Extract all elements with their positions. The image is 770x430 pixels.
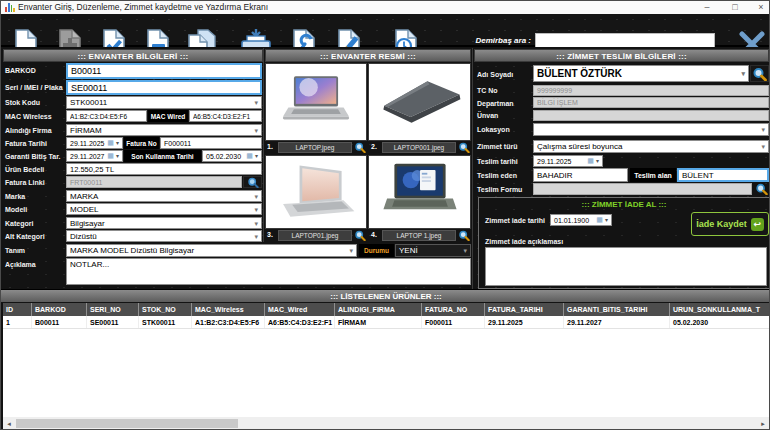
- fatura-tarihi-label: Fatura Tarihi: [5, 140, 47, 147]
- marka-dropdown[interactable]: MARKA▾: [66, 190, 262, 202]
- inventory-image-1[interactable]: [265, 63, 367, 141]
- chevron-down-icon: ▾: [596, 158, 599, 164]
- image-1-filename: LAPTOP.jpeg: [278, 142, 352, 153]
- barkod-input[interactable]: [66, 63, 262, 79]
- teslim-formu-search-button[interactable]: [753, 183, 769, 195]
- app-window: Envanter Giriş, Düzenleme, Zimmet kaydet…: [0, 0, 770, 430]
- seri-input[interactable]: [66, 80, 262, 95]
- chevron-down-icon: ▾: [254, 193, 258, 200]
- inventory-image-2[interactable]: [368, 63, 471, 141]
- garanti-datepicker[interactable]: 29.11.2027▦▾: [66, 150, 123, 162]
- minimize-button[interactable]: –: [695, 1, 719, 14]
- firma-dropdown[interactable]: FİRMAM▾: [66, 124, 262, 136]
- column-header[interactable]: MAC_Wired: [264, 303, 334, 316]
- son-kullanma-datepicker[interactable]: 05.02.2030▦▾: [202, 150, 262, 162]
- image-3-filename: LAPTOP01.jpeg: [278, 230, 352, 241]
- products-section-title: ::: LİSTELENEN ÜRÜNLER :::: [1, 289, 770, 302]
- image-1-view-button[interactable]: [353, 142, 367, 153]
- column-header[interactable]: FATURA_NO: [421, 303, 484, 316]
- image-1-number: 1.: [267, 143, 273, 150]
- teslim-formu-label: Teslim Formu: [477, 186, 522, 193]
- image-3-number: 3.: [267, 231, 273, 238]
- tanim-dropdown[interactable]: MARKA MODEL Dizüstü Bilgisayar▾: [66, 244, 357, 257]
- laptop-photo: [373, 68, 467, 136]
- return-arrow-icon: ↩: [751, 218, 764, 231]
- iade-aciklama-label: Zimmet iade açıklaması: [485, 238, 563, 245]
- teslim-alan-input[interactable]: [677, 168, 769, 182]
- tc-no-field: 999999999: [533, 85, 769, 96]
- teslim-tarihi-datepicker[interactable]: 29.11.2025▦▾: [533, 155, 603, 167]
- image-3-view-button[interactable]: [353, 230, 367, 241]
- column-header[interactable]: ID: [3, 303, 31, 316]
- teslim-eden-input[interactable]: [533, 168, 628, 182]
- search-icon: [354, 230, 366, 241]
- teslim-formu-field: [533, 183, 752, 195]
- chevron-down-icon: ▾: [254, 127, 258, 134]
- image-4-filename: LAPTOP 1.jpeg: [382, 230, 456, 241]
- scrollbar-thumb[interactable]: [16, 419, 238, 428]
- close-button[interactable]: ×: [749, 1, 770, 14]
- column-header[interactable]: SERI_NO: [86, 303, 138, 316]
- seri-label: Seri / IMEI / Plaka: [5, 84, 63, 91]
- iade-tarihi-datepicker[interactable]: 01.01.1900▦▾: [550, 214, 612, 226]
- zimmet-turu-dropdown[interactable]: Çalışma süresi boyunca▾: [533, 140, 769, 153]
- iade-aciklama-textarea[interactable]: [485, 247, 767, 286]
- fatura-no-input[interactable]: [160, 137, 262, 149]
- calendar-icon: ▦: [107, 153, 114, 160]
- chevron-down-icon: ▾: [349, 247, 353, 254]
- bedel-input[interactable]: [66, 163, 262, 175]
- column-header[interactable]: BARKOD: [31, 303, 86, 316]
- lokasyon-dropdown[interactable]: ▾: [533, 123, 769, 136]
- image-2-number: 2.: [371, 143, 377, 150]
- barkod-label: BARKOD: [5, 67, 36, 74]
- chevron-down-icon: ▾: [254, 233, 258, 240]
- fatura-no-label: Fatura No: [124, 137, 159, 149]
- fatura-tarihi-datepicker[interactable]: 29.11.2025▦▾: [66, 137, 123, 149]
- app-icon: [5, 3, 15, 12]
- stok-dropdown[interactable]: STK00011▾: [66, 96, 262, 109]
- mac-wired-input[interactable]: [189, 110, 262, 122]
- alt-kategori-dropdown[interactable]: Dizüstü▾: [66, 230, 262, 242]
- adi-soyadi-label: Adı Soyadı: [477, 71, 513, 78]
- person-search-button[interactable]: [750, 65, 769, 82]
- column-header[interactable]: MAC_Wireless: [191, 303, 264, 316]
- column-header[interactable]: GARANTI_BITIS_TARIHI: [563, 303, 669, 316]
- column-header[interactable]: ALINDIGI_FIRMA: [334, 303, 421, 316]
- tc-no-label: TC No: [477, 87, 498, 94]
- column-header[interactable]: URUN_SONKULLANMA_T: [669, 303, 769, 316]
- durumu-dropdown[interactable]: YENİ▾: [395, 244, 471, 257]
- iade-tarihi-label: Zimmet iade tarihi: [485, 217, 545, 224]
- images-panel-title: ::: ENVANTER RESMİ :::: [265, 49, 471, 62]
- tanim-label: Tanım: [5, 247, 25, 254]
- image-4-number: 4.: [371, 231, 377, 238]
- scroll-left-arrow[interactable]: ◂: [3, 417, 15, 430]
- marka-label: Marka: [5, 193, 25, 200]
- search-label: Demirbaş ara :: [456, 36, 531, 45]
- kategori-dropdown[interactable]: Bilgisayar▾: [66, 217, 262, 229]
- chevron-down-icon: ▾: [254, 206, 258, 213]
- search-icon: [752, 67, 767, 81]
- column-header[interactable]: STOK_NO: [138, 303, 191, 316]
- image-4-view-button[interactable]: [457, 230, 471, 241]
- fatura-linki-search-button[interactable]: [243, 176, 262, 188]
- calendar-icon: ▦: [587, 158, 594, 165]
- image-2-view-button[interactable]: [457, 142, 471, 153]
- scroll-right-arrow[interactable]: ▸: [757, 417, 769, 430]
- inventory-image-3[interactable]: [265, 155, 367, 229]
- teslim-tarihi-label: Teslim tarihi: [477, 158, 518, 165]
- chevron-down-icon: ▾: [761, 126, 765, 133]
- aciklama-textarea[interactable]: NOTLAR...: [66, 258, 471, 285]
- maximize-button[interactable]: □: [723, 1, 747, 14]
- column-header[interactable]: FATURA_TARIHI: [484, 303, 563, 316]
- iade-kaydet-button[interactable]: İade Kaydet ↩: [691, 212, 769, 236]
- image-2-filename: LAPTOP001.jpeg: [382, 142, 456, 153]
- table-row[interactable]: 1 B00011 SE00011 STK00011 A1:B2:C3:D4:E5…: [3, 316, 769, 329]
- horizontal-scrollbar[interactable]: ◂ ▸: [3, 417, 769, 430]
- inventory-image-4[interactable]: [368, 155, 471, 229]
- mac-wireless-input[interactable]: [66, 110, 147, 122]
- departman-field: BİLGİ İŞLEM: [533, 97, 769, 108]
- model-dropdown[interactable]: MODEL▾: [66, 203, 262, 215]
- adi-soyadi-combobox[interactable]: BÜLENT ÖZTÜRK▾: [533, 65, 749, 82]
- fatura-linki-label: Fatura Linki: [5, 179, 45, 186]
- panel-divider: [263, 48, 264, 242]
